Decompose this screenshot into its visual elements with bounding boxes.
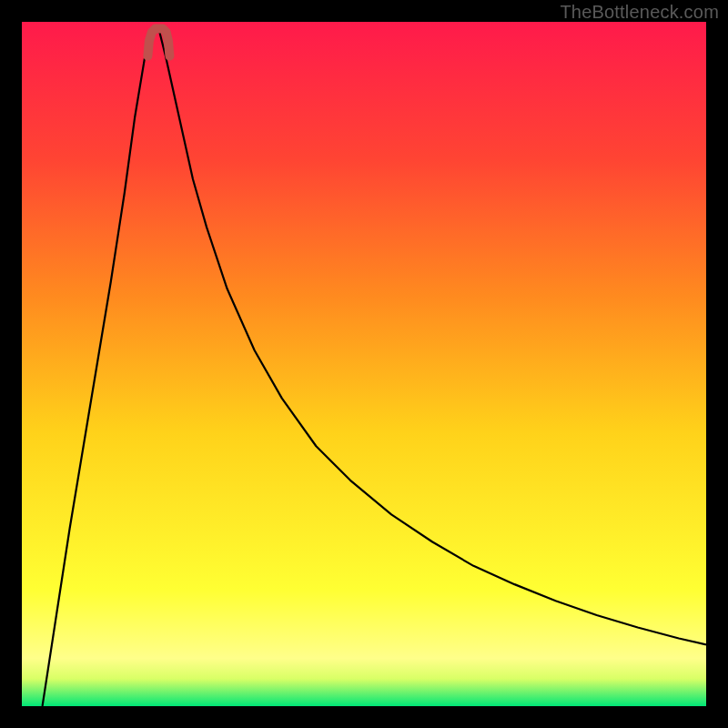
bottleneck-chart [22, 22, 706, 706]
chart-frame [22, 22, 706, 706]
watermark-text: TheBottleneck.com [560, 2, 719, 23]
gradient-background [22, 22, 706, 706]
